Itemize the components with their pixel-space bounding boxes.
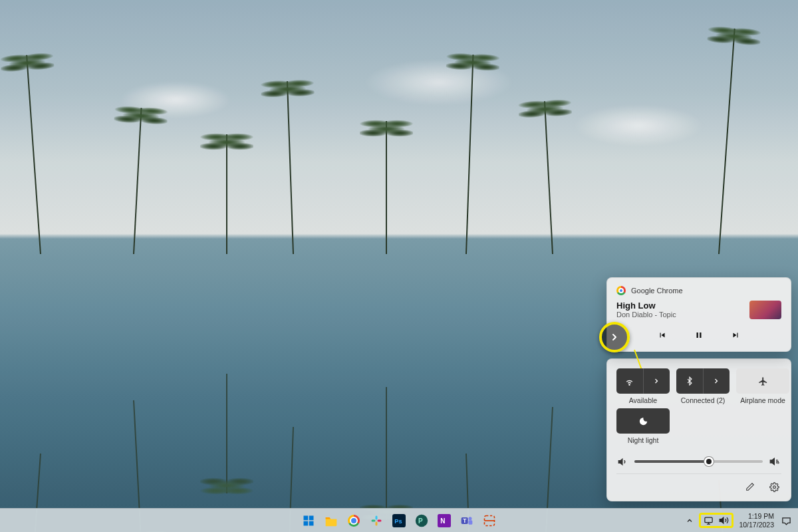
bluetooth-tile[interactable] xyxy=(676,368,730,394)
taskbar-system-tray: 1:19 PM 10/17/2023 xyxy=(683,509,793,532)
bluetooth-icon xyxy=(685,376,694,386)
svg-rect-7 xyxy=(309,521,314,525)
media-next-button[interactable] xyxy=(726,326,745,344)
palm-tree xyxy=(226,134,227,254)
photoshop-icon: Ps xyxy=(392,514,406,527)
volume-icon xyxy=(719,515,729,525)
chevron-right-icon xyxy=(712,377,720,385)
wifi-tile-label: Available xyxy=(629,396,657,404)
volume-slider[interactable] xyxy=(634,460,763,463)
taskbar-date: 10/17/2023 xyxy=(739,521,774,529)
folder-icon xyxy=(325,515,338,527)
night-light-icon xyxy=(638,416,648,426)
svg-text:Ps: Ps xyxy=(394,518,402,525)
taskbar-clock[interactable]: 1:19 PM 10/17/2023 xyxy=(736,512,777,528)
airplane-mode-tile-label: Airplane mode xyxy=(740,396,785,404)
svg-rect-10 xyxy=(376,521,378,525)
bluetooth-toggle[interactable] xyxy=(676,368,704,394)
media-thumbnail xyxy=(749,301,781,319)
edit-quick-settings-button[interactable] xyxy=(743,479,757,494)
media-source-app: Google Chrome xyxy=(631,287,683,295)
app-button-1[interactable]: P xyxy=(413,512,430,529)
volume-slider-thumb[interactable] xyxy=(704,457,714,466)
taskbar: Ps P N T 1:19 PM 10/17/2023 xyxy=(0,508,798,532)
onenote-icon: N xyxy=(438,514,451,527)
pause-icon xyxy=(694,331,704,340)
action-center-flyout: Google Chrome High Low Don Diablo - Topi… xyxy=(606,277,791,501)
svg-marker-2 xyxy=(770,458,774,464)
svg-point-3 xyxy=(773,485,775,488)
taskbar-center: Ps P N T xyxy=(300,512,498,529)
media-previous-button[interactable] xyxy=(653,326,672,344)
quick-settings-panel: Available Connected (2) Airplane mode xyxy=(606,358,791,501)
photoshop-button[interactable]: Ps xyxy=(390,512,408,529)
bluetooth-tile-label: Connected (2) xyxy=(681,396,726,404)
svg-rect-9 xyxy=(372,519,376,521)
svg-marker-1 xyxy=(618,459,622,465)
wifi-tile[interactable] xyxy=(616,368,670,394)
svg-point-19 xyxy=(469,517,472,520)
chevron-up-icon xyxy=(686,517,694,525)
palm-tree-reflection xyxy=(386,387,387,520)
svg-rect-8 xyxy=(376,515,378,519)
network-icon xyxy=(704,515,714,525)
chrome-button[interactable] xyxy=(345,512,362,529)
pencil-icon xyxy=(745,482,755,491)
tray-overflow-button[interactable] xyxy=(683,512,696,529)
taskbar-time: 1:19 PM xyxy=(739,512,774,520)
svg-marker-24 xyxy=(720,517,724,523)
start-button[interactable] xyxy=(300,512,317,529)
svg-text:P: P xyxy=(418,517,423,525)
wifi-expand[interactable] xyxy=(644,368,670,394)
svg-rect-20 xyxy=(469,520,473,525)
svg-rect-4 xyxy=(304,515,309,520)
chevron-right-icon xyxy=(652,377,660,385)
svg-rect-6 xyxy=(304,521,309,525)
annotation-highlight-circle xyxy=(599,322,630,352)
volume-slider-fill xyxy=(634,460,709,463)
skip-next-icon xyxy=(731,331,740,340)
chrome-icon xyxy=(616,286,626,295)
media-pause-button[interactable] xyxy=(690,326,708,344)
teams-icon: T xyxy=(460,514,473,527)
app-icon: P xyxy=(415,514,428,527)
all-settings-button[interactable] xyxy=(767,479,781,494)
gear-icon xyxy=(769,482,779,492)
slack-button[interactable] xyxy=(368,512,385,529)
network-volume-tray[interactable] xyxy=(699,513,733,528)
volume-icon[interactable] xyxy=(618,457,628,467)
snip-icon xyxy=(483,514,496,527)
svg-rect-5 xyxy=(309,515,314,520)
wifi-toggle[interactable] xyxy=(616,368,644,394)
wifi-icon xyxy=(624,376,634,386)
onenote-button[interactable]: N xyxy=(436,512,453,529)
notification-icon xyxy=(781,515,791,525)
media-track-artist: Don Diablo - Topic xyxy=(616,311,676,319)
svg-rect-23 xyxy=(705,517,712,523)
file-explorer-button[interactable] xyxy=(323,512,340,529)
snipping-tool-button[interactable] xyxy=(481,512,498,529)
svg-rect-11 xyxy=(378,519,382,521)
palm-tree-reflection xyxy=(226,374,227,493)
chevron-right-icon xyxy=(609,332,620,342)
slack-icon xyxy=(370,515,382,527)
night-light-tile[interactable] xyxy=(616,408,670,434)
windows-icon xyxy=(303,515,315,527)
bluetooth-expand[interactable] xyxy=(704,368,730,394)
airplane-icon xyxy=(758,376,768,386)
skip-previous-icon xyxy=(658,331,667,340)
svg-point-0 xyxy=(629,384,630,384)
media-track-title: High Low xyxy=(616,301,676,311)
media-panel: Google Chrome High Low Don Diablo - Topi… xyxy=(606,277,791,352)
svg-text:T: T xyxy=(463,517,466,524)
chrome-icon xyxy=(348,515,360,527)
teams-button[interactable]: T xyxy=(458,512,475,529)
svg-text:N: N xyxy=(440,517,445,525)
notifications-button[interactable] xyxy=(779,512,793,529)
night-light-tile-label: Night light xyxy=(628,436,659,444)
audio-output-button[interactable] xyxy=(769,456,780,467)
airplane-mode-tile[interactable] xyxy=(736,368,789,394)
palm-tree xyxy=(386,121,387,254)
